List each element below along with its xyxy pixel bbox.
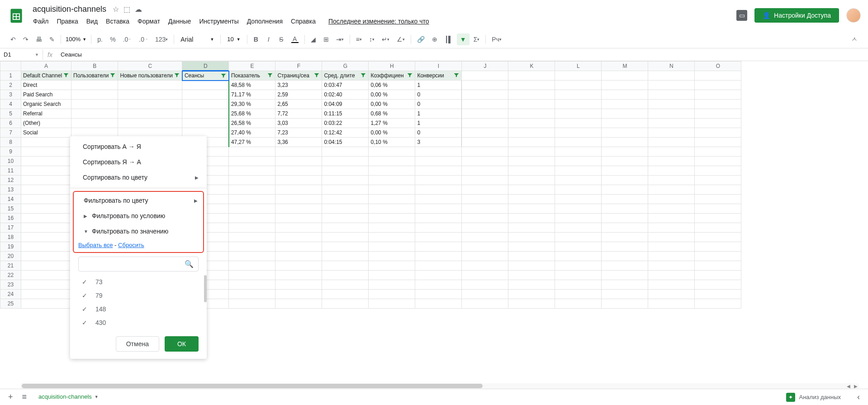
cell-H10[interactable] (369, 157, 415, 166)
cell-K8[interactable] (508, 138, 555, 147)
cell-J6[interactable] (462, 119, 508, 128)
col-header-A[interactable]: A (21, 62, 71, 71)
cell-F19[interactable] (275, 242, 322, 252)
cell-M18[interactable] (602, 233, 648, 242)
cell-N19[interactable] (648, 242, 695, 252)
cell-J3[interactable] (462, 90, 508, 100)
cell-A3[interactable]: Paid Search (21, 90, 71, 100)
cell-I4[interactable]: 0 (415, 100, 462, 109)
cell-O24[interactable] (695, 290, 741, 299)
col-header-D[interactable]: D (182, 62, 229, 71)
cell-G9[interactable] (322, 147, 369, 157)
cell-F3[interactable]: 2,59 (275, 90, 322, 100)
cell-H13[interactable] (369, 185, 415, 195)
cell-H17[interactable] (369, 223, 415, 233)
cell-A6[interactable]: (Other) (21, 119, 71, 128)
row-header-24[interactable]: 24 (0, 290, 21, 299)
cell-N6[interactable] (648, 119, 695, 128)
cell-K19[interactable] (508, 242, 555, 252)
cell-A17[interactable] (21, 223, 71, 233)
cell-D1[interactable]: Сеансы (182, 71, 229, 81)
row-header-16[interactable]: 16 (0, 214, 21, 223)
row-header-17[interactable]: 17 (0, 223, 21, 233)
last-edit[interactable]: Последнее изменение: только что (325, 16, 432, 27)
cell-F16[interactable] (275, 214, 322, 223)
cell-L16[interactable] (555, 214, 602, 223)
cell-K2[interactable] (508, 81, 555, 90)
col-header-I[interactable]: I (415, 62, 462, 71)
cell-A5[interactable]: Referral (21, 109, 71, 119)
filter-icon[interactable]: ▼ (457, 33, 470, 45)
cell-G5[interactable]: 0:11:15 (322, 109, 369, 119)
cell-H3[interactable]: 0,00 % (369, 90, 415, 100)
cell-E5[interactable]: 25,68 % (229, 109, 275, 119)
cell-L9[interactable] (555, 147, 602, 157)
cell-E14[interactable] (229, 195, 275, 204)
cell-N16[interactable] (648, 214, 695, 223)
cell-F12[interactable] (275, 176, 322, 185)
cell-A9[interactable] (21, 147, 71, 157)
cell-J15[interactable] (462, 204, 508, 214)
row-header-12[interactable]: 12 (0, 176, 21, 185)
cell-M4[interactable] (602, 100, 648, 109)
cell-A4[interactable]: Organic Search (21, 100, 71, 109)
cell-I19[interactable] (415, 242, 462, 252)
cell-B1[interactable]: Пользователи (71, 71, 118, 81)
filter-scrollbar[interactable] (204, 275, 207, 302)
cell-O14[interactable] (695, 195, 741, 204)
cell-F1[interactable]: Страниц/сеа (275, 71, 322, 81)
cloud-icon[interactable]: ☁ (135, 5, 142, 14)
row-header-23[interactable]: 23 (0, 280, 21, 290)
cell-C4[interactable] (118, 100, 182, 109)
cell-O13[interactable] (695, 185, 741, 195)
cell-G3[interactable]: 0:02:40 (322, 90, 369, 100)
cell-I2[interactable]: 1 (415, 81, 462, 90)
cell-J7[interactable] (462, 128, 508, 138)
bold-button[interactable]: B (250, 33, 262, 45)
cell-E21[interactable] (229, 261, 275, 271)
cell-N20[interactable] (648, 252, 695, 261)
cell-F25[interactable] (275, 299, 322, 309)
cell-M12[interactable] (602, 176, 648, 185)
cell-J1[interactable] (462, 71, 508, 81)
cell-I6[interactable]: 1 (415, 119, 462, 128)
cell-E8[interactable]: 47,27 % (229, 138, 275, 147)
cell-G19[interactable] (322, 242, 369, 252)
sort-za[interactable]: Сортировать Я → А (70, 154, 207, 170)
cell-E25[interactable] (229, 299, 275, 309)
cell-K25[interactable] (508, 299, 555, 309)
cell-E15[interactable] (229, 204, 275, 214)
cell-A8[interactable] (21, 138, 71, 147)
name-box[interactable]: D1▼ (0, 49, 43, 60)
cell-A14[interactable] (21, 195, 71, 204)
cell-J2[interactable] (462, 81, 508, 90)
cell-H25[interactable] (369, 299, 415, 309)
number-format[interactable]: 123▾ (152, 33, 171, 45)
cell-K5[interactable] (508, 109, 555, 119)
cell-K17[interactable] (508, 223, 555, 233)
cell-A20[interactable] (21, 252, 71, 261)
cell-E16[interactable] (229, 214, 275, 223)
cell-N11[interactable] (648, 166, 695, 176)
cell-A19[interactable] (21, 242, 71, 252)
cell-I24[interactable] (415, 290, 462, 299)
cell-F22[interactable] (275, 271, 322, 280)
cell-J14[interactable] (462, 195, 508, 204)
clear-link[interactable]: Сбросить (118, 242, 144, 248)
menu-insert[interactable]: Вставка (103, 16, 133, 27)
cell-A15[interactable] (21, 204, 71, 214)
zoom-select[interactable]: 100% ▼ (64, 36, 88, 43)
cell-J17[interactable] (462, 223, 508, 233)
cell-H12[interactable] (369, 176, 415, 185)
cell-K7[interactable] (508, 128, 555, 138)
cell-O23[interactable] (695, 280, 741, 290)
currency-format[interactable]: р. (94, 33, 106, 45)
cell-H9[interactable] (369, 147, 415, 157)
cell-L25[interactable] (555, 299, 602, 309)
cell-L7[interactable] (555, 128, 602, 138)
cell-O22[interactable] (695, 271, 741, 280)
cell-G21[interactable] (322, 261, 369, 271)
cell-B2[interactable] (71, 81, 118, 90)
menu-help[interactable]: Справка (288, 16, 319, 27)
row-header-8[interactable]: 8 (0, 138, 21, 147)
